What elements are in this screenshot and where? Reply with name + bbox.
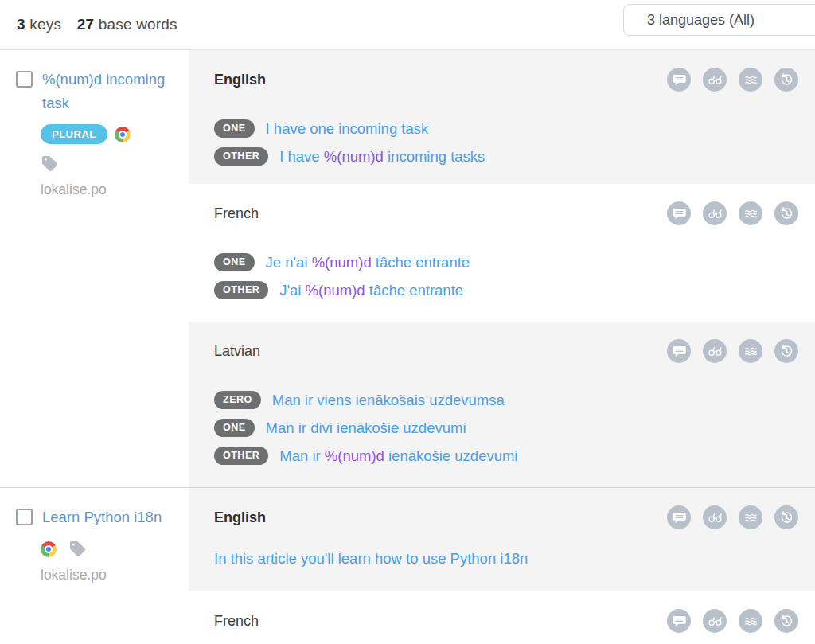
key-cell: Learn Python i18n lokalise.po <box>0 488 189 644</box>
translation-row-english: English ONE I have one incoming task OTH… <box>189 50 815 184</box>
translation-text[interactable]: In this article you'll learn how to use … <box>214 550 798 568</box>
comment-button[interactable] <box>667 339 691 363</box>
placeholder-token: %(num)d <box>325 447 384 464</box>
proofread-button[interactable] <box>703 339 727 363</box>
plural-line: OTHER I have %(num)d incoming tasks <box>214 142 798 170</box>
plural-form-badge: ONE <box>214 253 255 271</box>
proofread-button[interactable] <box>703 68 727 92</box>
history-button[interactable] <box>774 68 798 92</box>
comment-icon <box>671 509 688 526</box>
language-filter-label: 3 languages (All) <box>647 12 755 29</box>
waves-icon <box>743 613 759 630</box>
glasses-icon <box>707 205 723 222</box>
chrome-platform-icon <box>115 127 131 142</box>
waves-icon <box>743 343 759 360</box>
waves-icon <box>743 205 759 222</box>
key-section: %(num)d incoming task PLURAL lokalise.po… <box>0 50 815 488</box>
language-label: Latvian <box>214 341 260 361</box>
history-icon <box>778 72 795 88</box>
plural-line: ZERO Man ir viens ienākošais uzdevumsa <box>214 386 798 414</box>
placeholder-token: %(num)d <box>306 282 365 299</box>
translation-row-latvian: Latvian ZERO Man ir viens ienākošais uzd… <box>189 322 815 487</box>
glasses-icon <box>707 72 723 88</box>
comment-button[interactable] <box>667 68 691 92</box>
plural-line: ONE I have one incoming task <box>214 115 798 142</box>
plural-form-badge: ONE <box>214 119 255 138</box>
placeholder-token: %(num)d <box>312 254 372 271</box>
plural-badge: PLURAL <box>41 124 107 144</box>
translation-row-french: French <box>189 591 815 644</box>
waves-icon <box>743 509 759 526</box>
proofread-button[interactable] <box>703 201 727 225</box>
key-title-link[interactable]: %(num)d incoming task <box>42 68 177 115</box>
history-icon <box>778 613 795 630</box>
history-button[interactable] <box>774 201 798 225</box>
placeholder-token: %(num)d <box>324 148 384 165</box>
language-label: English <box>214 507 266 528</box>
glasses-icon <box>707 343 723 360</box>
comment-button[interactable] <box>667 609 691 633</box>
tag-icon[interactable] <box>68 540 87 558</box>
chrome-platform-icon <box>41 541 57 557</box>
plural-form-badge: OTHER <box>214 281 268 299</box>
translation-text[interactable]: J'ai %(num)d tâche entrante <box>279 282 463 299</box>
translation-memory-button[interactable] <box>739 201 762 225</box>
tag-icon[interactable] <box>41 154 59 173</box>
plural-form-badge: ZERO <box>214 391 261 409</box>
plural-line: OTHER J'ai %(num)d tâche entrante <box>214 276 798 304</box>
proofread-button[interactable] <box>703 609 727 633</box>
language-label: English <box>214 69 266 90</box>
translation-text[interactable]: Man ir divi ienākošie uzdevumi <box>266 420 466 437</box>
key-title-link[interactable]: Learn Python i18n <box>42 505 162 529</box>
plural-line: ONE Je n'ai %(num)d tâche entrante <box>214 248 798 276</box>
comment-icon <box>671 343 688 360</box>
history-button[interactable] <box>774 339 798 363</box>
history-button[interactable] <box>774 609 798 633</box>
comment-icon <box>671 613 688 630</box>
translation-memory-button[interactable] <box>739 68 762 92</box>
language-filter-dropdown[interactable]: 3 languages (All) <box>623 4 815 36</box>
translation-text[interactable]: Je n'ai %(num)d tâche entrante <box>266 254 470 271</box>
history-icon <box>778 343 795 360</box>
waves-icon <box>743 72 759 88</box>
glasses-icon <box>707 509 723 526</box>
comment-button[interactable] <box>667 505 691 529</box>
glasses-icon <box>707 613 723 630</box>
translation-text[interactable]: Man ir viens ienākošais uzdevumsa <box>272 392 505 409</box>
translation-memory-button[interactable] <box>739 339 762 363</box>
comment-icon <box>671 205 688 222</box>
proofread-button[interactable] <box>703 505 727 529</box>
base-words-count: 27 <box>77 16 95 33</box>
history-icon <box>778 509 795 526</box>
plural-line: OTHER Man ir %(num)d ienākošie uzdevumi <box>214 442 798 470</box>
key-section: Learn Python i18n lokalise.po English In <box>0 488 815 644</box>
keys-label: keys <box>29 16 61 33</box>
translation-text[interactable]: I have one incoming task <box>266 120 429 138</box>
key-filename: lokalise.po <box>41 567 177 584</box>
plural-form-badge: OTHER <box>214 147 268 166</box>
history-button[interactable] <box>774 505 798 529</box>
plural-form-badge: OTHER <box>214 447 268 465</box>
base-words-label: base words <box>99 16 177 33</box>
plural-line: ONE Man ir divi ienākošie uzdevumi <box>214 414 798 442</box>
toolbar: 3 keys 27 base words 3 languages (All) <box>0 0 815 50</box>
history-icon <box>778 205 795 222</box>
language-label: French <box>214 611 259 631</box>
comment-button[interactable] <box>667 201 691 225</box>
translation-row-french: French ONE Je n'ai %(num)d tâche entrant… <box>189 184 815 322</box>
translation-memory-button[interactable] <box>739 505 762 529</box>
key-checkbox[interactable] <box>16 71 33 88</box>
key-filename: lokalise.po <box>41 181 177 198</box>
translation-memory-button[interactable] <box>739 609 762 633</box>
plural-form-badge: ONE <box>214 419 255 437</box>
comment-icon <box>671 72 688 88</box>
key-cell: %(num)d incoming task PLURAL lokalise.po <box>0 50 189 487</box>
translation-text[interactable]: Man ir %(num)d ienākošie uzdevumi <box>279 447 517 465</box>
translation-text[interactable]: I have %(num)d incoming tasks <box>279 148 485 166</box>
key-checkbox[interactable] <box>16 509 33 525</box>
language-label: French <box>214 203 259 224</box>
keys-count: 3 <box>17 16 25 33</box>
project-stats: 3 keys 27 base words <box>17 16 177 33</box>
translation-row-english: English In this article you'll learn how… <box>189 488 815 591</box>
